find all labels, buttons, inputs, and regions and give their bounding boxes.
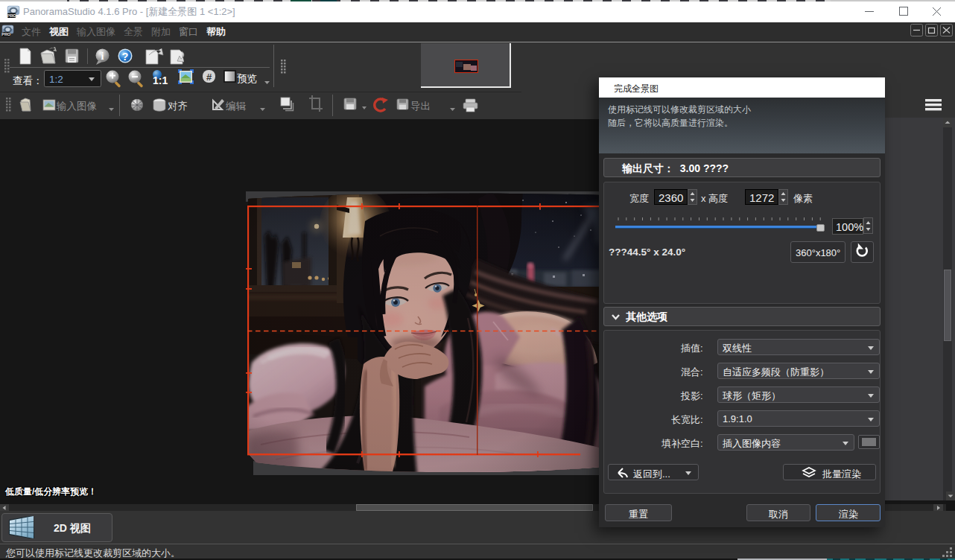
svg-text:1:1: 1:1 xyxy=(153,74,168,86)
svg-text:#: # xyxy=(206,71,212,83)
svg-text:编辑: 编辑 xyxy=(226,101,247,112)
svg-text:预览: 预览 xyxy=(237,73,257,84)
svg-text:PRO: PRO xyxy=(1,32,10,36)
svg-text:查看：: 查看： xyxy=(13,75,43,86)
svg-text:输入图像: 输入图像 xyxy=(56,101,97,112)
svg-text:1:2: 1:2 xyxy=(49,74,63,85)
svg-text:i: i xyxy=(101,51,104,62)
svg-text:导出: 导出 xyxy=(410,101,431,112)
svg-text:PRO: PRO xyxy=(7,13,16,18)
svg-text:对齐: 对齐 xyxy=(168,101,188,112)
svg-text:?: ? xyxy=(122,51,129,63)
